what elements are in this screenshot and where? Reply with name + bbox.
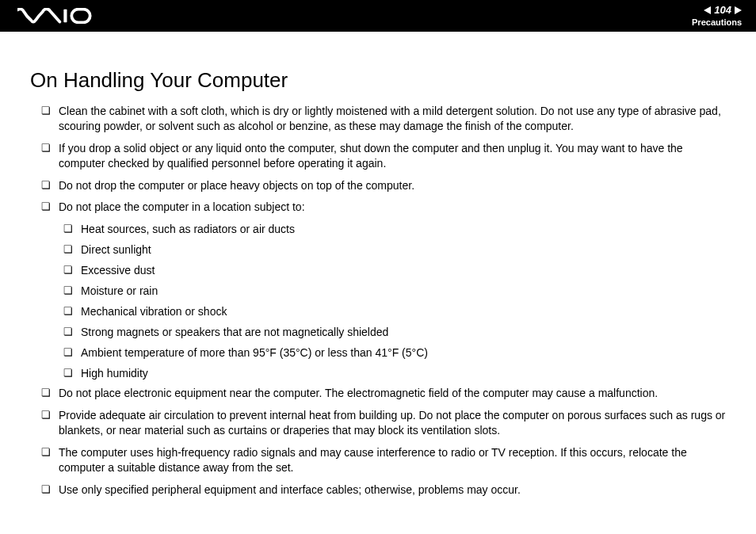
page-content: On Handling Your Computer Clean the cabi…: [0, 32, 756, 498]
list-item: Provide adequate air circulation to prev…: [41, 408, 726, 438]
breadcrumb[interactable]: Precautions: [692, 17, 742, 28]
list-item: Do not place the computer in a location …: [41, 200, 726, 215]
list-item: High humidity: [63, 366, 726, 381]
list-item: Moisture or rain: [63, 284, 726, 299]
list-item: Heat sources, such as radiators or air d…: [63, 222, 726, 237]
vaio-logo: [17, 8, 97, 24]
page-header: 104 Precautions: [0, 0, 756, 32]
svg-rect-1: [71, 10, 90, 23]
list-item: Do not drop the computer or place heavy …: [41, 178, 726, 193]
header-nav: 104 Precautions: [692, 4, 742, 28]
list-item: Use only specified peripheral equipment …: [41, 483, 726, 498]
prev-page-arrow-icon[interactable]: [704, 6, 711, 14]
list-item: Direct sunlight: [63, 242, 726, 257]
list-item: Do not place electronic equipment near t…: [41, 386, 726, 401]
svg-rect-0: [63, 10, 67, 23]
sub-bullet-list: Heat sources, such as radiators or air d…: [41, 222, 726, 380]
next-page-arrow-icon[interactable]: [735, 6, 742, 14]
page-number: 104: [714, 4, 731, 17]
list-item: Ambient temperature of more than 95°F (3…: [63, 345, 726, 360]
bullet-list: Clean the cabinet with a soft cloth, whi…: [30, 104, 726, 498]
list-item: Strong magnets or speakers that are not …: [63, 325, 726, 340]
page-title: On Handling Your Computer: [30, 68, 726, 93]
list-item: Mechanical vibration or shock: [63, 304, 726, 319]
list-item: If you drop a solid object or any liquid…: [41, 141, 726, 171]
list-item: Clean the cabinet with a soft cloth, whi…: [41, 104, 726, 134]
list-item: Excessive dust: [63, 263, 726, 278]
list-item: The computer uses high-frequency radio s…: [41, 445, 726, 475]
